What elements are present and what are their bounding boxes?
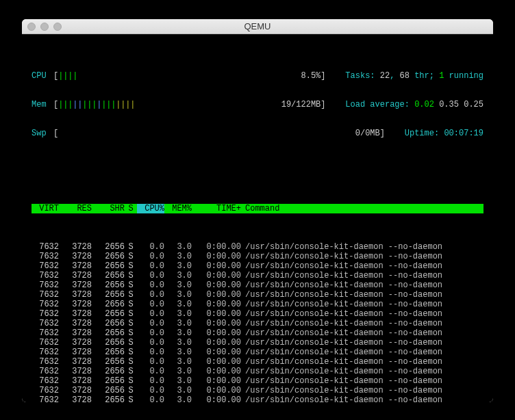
table-row[interactable]: 763237282656S0.03.00:00.00/usr/sbin/cons… <box>32 300 483 309</box>
col-cpu[interactable]: CPU% <box>137 204 164 213</box>
table-row[interactable]: 763237282656S0.03.00:00.00/usr/sbin/cons… <box>32 367 483 376</box>
col-state[interactable]: S <box>125 204 137 213</box>
mem-meter: Mem[|||||||||||||||| 19/122MB] Load aver… <box>32 100 483 109</box>
table-row[interactable]: 763237282656S0.03.00:00.00/usr/sbin/cons… <box>32 309 483 319</box>
col-virt[interactable]: VIRT <box>32 204 59 213</box>
col-cmd[interactable]: Command <box>241 204 483 213</box>
table-row[interactable]: 763237282656S0.03.00:00.00/usr/sbin/cons… <box>32 347 483 357</box>
swp-meter: Swp[ 0/0MB] Uptime: 00:07:19 <box>32 129 483 138</box>
table-row[interactable]: 763237282656S0.03.00:00.00/usr/sbin/cons… <box>32 376 483 386</box>
table-row[interactable]: 763237282656S0.03.00:00.00/usr/sbin/cons… <box>32 357 483 367</box>
table-row[interactable]: 763237282656S0.03.00:00.00/usr/sbin/cons… <box>32 271 483 280</box>
table-row[interactable]: 763237282656S0.03.00:00.00/usr/sbin/cons… <box>32 252 483 261</box>
table-header[interactable]: VIRT RES SHR S CPU% MEM% TIME+ Command <box>32 204 483 213</box>
titlebar[interactable]: QEMU <box>22 19 493 34</box>
process-list[interactable]: 763237282656S0.03.00:00.00/usr/sbin/cons… <box>32 242 483 402</box>
window-title: QEMU <box>22 21 493 31</box>
col-time[interactable]: TIME+ <box>192 204 241 213</box>
terminal[interactable]: CPU[|||| 8.5%] Tasks: 22, 68 thr; 1 runn… <box>22 34 493 402</box>
table-row[interactable]: 763237282656S0.03.00:00.00/usr/sbin/cons… <box>32 261 483 271</box>
table-row[interactable]: 763237282656S0.03.00:00.00/usr/sbin/cons… <box>32 386 483 395</box>
table-row[interactable]: 763237282656S0.03.00:00.00/usr/sbin/cons… <box>32 328 483 338</box>
table-row[interactable]: 763237282656S0.03.00:00.00/usr/sbin/cons… <box>32 395 483 402</box>
table-row[interactable]: 763237282656S0.03.00:00.00/usr/sbin/cons… <box>32 242 483 252</box>
col-shr[interactable]: SHR <box>92 204 125 213</box>
table-row[interactable]: 763237282656S0.03.00:00.00/usr/sbin/cons… <box>32 319 483 328</box>
col-mem[interactable]: MEM% <box>164 204 192 213</box>
table-row[interactable]: 763237282656S0.03.00:00.00/usr/sbin/cons… <box>32 338 483 347</box>
cpu-meter: CPU[|||| 8.5%] Tasks: 22, 68 thr; 1 runn… <box>32 71 483 81</box>
table-row[interactable]: 763237282656S0.03.00:00.00/usr/sbin/cons… <box>32 280 483 290</box>
col-res[interactable]: RES <box>59 204 92 213</box>
table-row[interactable]: 763237282656S0.03.00:00.00/usr/sbin/cons… <box>32 290 483 300</box>
qemu-window: QEMU CPU[|||| 8.5%] Tasks: 22, 68 thr; 1… <box>22 19 493 402</box>
